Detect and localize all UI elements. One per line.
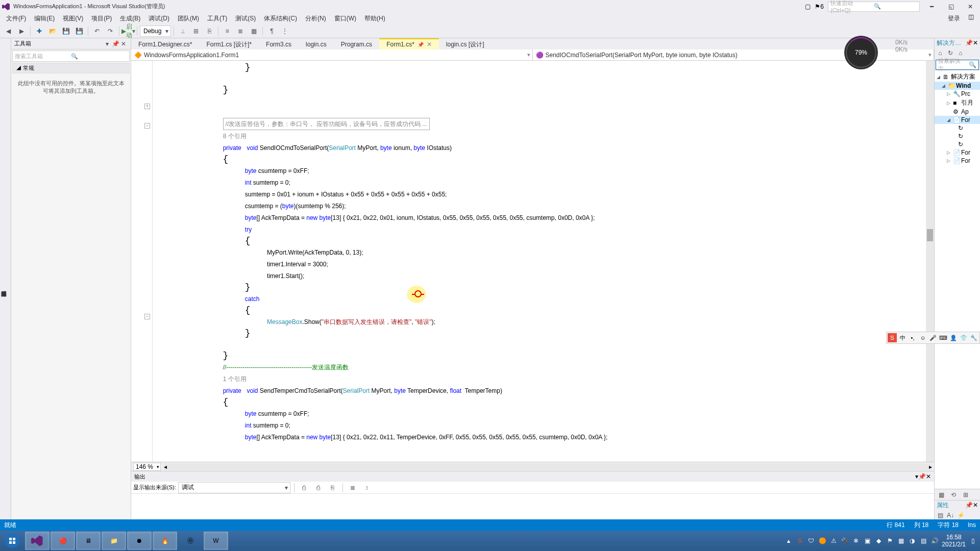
task-explorer[interactable]: 📁 xyxy=(102,532,126,550)
pin-icon[interactable]: 📌 xyxy=(111,40,119,47)
vertical-scrollbar[interactable] xyxy=(926,61,934,462)
menu-arch[interactable]: 体系结构(C) xyxy=(260,13,301,24)
out-btn-1[interactable]: ⎙ xyxy=(298,482,310,494)
type-combo[interactable]: 🔶WindowsFormsApplication1.Form1 xyxy=(131,49,533,60)
ime-punct-icon[interactable]: •, xyxy=(908,333,917,342)
tray-app5-icon[interactable]: ▦ xyxy=(897,537,905,544)
tray-net-icon[interactable]: 🔌 xyxy=(841,537,849,544)
tree-item[interactable]: ◢🗎解决方案 xyxy=(935,72,980,82)
task-app1[interactable]: 🔴 xyxy=(51,532,75,550)
tab-form1-designer[interactable]: Form1.Designer.cs* xyxy=(131,38,199,49)
collapsed-comment[interactable]: //发送应答信号，参数：串口号， 应答功能码，设备号码，应答成功代码 ... xyxy=(223,118,430,130)
ime-skin-icon[interactable]: 👕 xyxy=(959,333,968,342)
task-app3[interactable]: 🔥 xyxy=(153,532,177,550)
tray-app3-icon[interactable]: ▣ xyxy=(863,537,871,544)
panel-close-icon[interactable]: ✕ xyxy=(973,39,978,46)
menu-help[interactable]: 帮助(H) xyxy=(360,13,389,24)
ime-emoji-icon[interactable]: ☺ xyxy=(918,333,927,342)
tray-app7-icon[interactable]: ▤ xyxy=(919,537,927,544)
pin-icon[interactable]: 📌 xyxy=(418,42,424,47)
ime-keyboard-icon[interactable]: ⌨ xyxy=(939,333,948,342)
code-content[interactable]: } } //发送应答信号，参数：串口号， 应答功能码，设备号码，应答成功代码 .… xyxy=(153,61,934,462)
tb-btn-3[interactable]: ⎘ xyxy=(203,25,215,37)
back-button[interactable]: ◀ xyxy=(2,25,14,37)
home-icon[interactable]: ⌂ xyxy=(936,49,945,57)
close-button[interactable]: ✕ xyxy=(963,2,978,12)
props-az-icon[interactable]: A↓ xyxy=(946,512,955,519)
tree-item[interactable]: ⚙Ap xyxy=(935,108,980,116)
tree-item[interactable]: ↻ xyxy=(935,132,980,140)
tray-sogou-icon[interactable]: S xyxy=(796,537,804,544)
zoom-combo[interactable]: 146 % xyxy=(133,463,161,471)
pin-icon[interactable]: 📌 xyxy=(965,39,973,46)
toolbox-search-input[interactable]: 搜索工具箱🔍 xyxy=(12,51,130,62)
tb-btn-7[interactable]: ¶ xyxy=(265,25,278,37)
tab-form1-design[interactable]: Form1.cs [设计]* xyxy=(199,38,259,49)
rp-btn-1[interactable]: ▦ xyxy=(936,491,947,498)
tab-program[interactable]: Program.cs xyxy=(334,38,379,49)
ime-toolbar[interactable]: S 中 •, ☺ 🎤 ⌨ 👤 👕 🔧 xyxy=(886,332,980,344)
show-desktop[interactable]: ▯ xyxy=(969,537,977,544)
tray-vol-icon[interactable]: 🔊 xyxy=(930,537,939,544)
menu-analyze[interactable]: 分析(N) xyxy=(301,13,330,24)
menu-edit[interactable]: 编辑(E) xyxy=(30,13,59,24)
tray-flag-icon[interactable]: ⚑ xyxy=(886,537,894,544)
undo-button[interactable]: ↶ xyxy=(91,25,103,37)
ime-lang-icon[interactable]: 中 xyxy=(898,333,907,342)
out-btn-2[interactable]: ⎙ xyxy=(312,482,325,494)
menu-file[interactable]: 文件(F) xyxy=(2,13,30,24)
horizontal-scrollbar[interactable] xyxy=(164,463,932,470)
props-evt-icon[interactable]: ⚡ xyxy=(956,512,965,519)
tray-shield-icon[interactable]: 🛡 xyxy=(807,537,815,544)
tray-app2-icon[interactable]: ❄ xyxy=(852,537,860,544)
ime-sogou-icon[interactable]: S xyxy=(888,333,897,342)
perf-gauge[interactable]: 79% xyxy=(844,36,878,69)
task-vs[interactable] xyxy=(25,532,50,550)
code-gutter[interactable]: + − − xyxy=(131,61,153,462)
out-btn-4[interactable]: ≣ xyxy=(347,482,359,494)
tree-item[interactable]: ▷🔧Prc xyxy=(935,90,980,98)
home2-icon[interactable]: ⌂ xyxy=(956,49,965,57)
solution-search-input[interactable]: 搜索解决方…🔍 xyxy=(936,60,979,70)
tree-item[interactable]: ↻ xyxy=(935,124,980,132)
tb-btn-1[interactable]: ⟂ xyxy=(177,25,189,37)
notifications-icon[interactable]: ⚑6 xyxy=(815,3,824,10)
tab-form1-cs[interactable]: Form1.cs*📌✕ xyxy=(379,38,439,49)
rp-btn-3[interactable]: ⊞ xyxy=(960,491,971,498)
panel-close-icon[interactable]: ✕ xyxy=(926,473,931,480)
ime-tool-icon[interactable]: 🔧 xyxy=(969,333,978,342)
ime-login-icon[interactable]: 👤 xyxy=(949,333,958,342)
taskbar-clock[interactable]: 16:582021/2/1 xyxy=(942,534,966,548)
server-explorer-tab[interactable]: 服务器资源管理器 xyxy=(0,38,11,531)
open-button[interactable]: 📂 xyxy=(46,25,59,37)
tb-btn-6[interactable]: ▦ xyxy=(248,25,260,37)
panel-close-icon[interactable]: ✕ xyxy=(119,40,128,47)
signin-link[interactable]: 登录 xyxy=(944,13,964,24)
new-project-button[interactable]: ✚ xyxy=(33,25,45,37)
menu-view[interactable]: 视图(V) xyxy=(59,13,87,24)
fold-plus-icon[interactable]: + xyxy=(144,104,150,109)
task-app2[interactable]: 🖥 xyxy=(76,532,101,550)
tree-item[interactable]: ▷📄For xyxy=(935,148,980,157)
forward-button[interactable]: ▶ xyxy=(15,25,28,37)
tb-btn-2[interactable]: ⊞ xyxy=(190,25,202,37)
feedback-icon[interactable]: ▢ xyxy=(805,3,811,10)
start-button[interactable] xyxy=(0,531,24,551)
quick-launch-input[interactable]: 快速启动 (Ctrl+Q)🔍 xyxy=(828,2,920,12)
fold-minus-icon[interactable]: − xyxy=(144,314,150,319)
task-record[interactable]: ⏺ xyxy=(127,532,152,550)
code-area[interactable]: + − − } } //发送应答信号，参数：串口号， 应答功能码，设备号码，应答… xyxy=(131,61,934,462)
task-ie[interactable]: ⓔ xyxy=(178,532,203,550)
output-source-combo[interactable]: 调试 xyxy=(178,482,290,493)
menu-tools[interactable]: 工具(T) xyxy=(203,13,231,24)
props-cat-icon[interactable]: ▤ xyxy=(936,512,945,519)
output-text[interactable] xyxy=(131,494,934,519)
menu-window[interactable]: 窗口(W) xyxy=(330,13,360,24)
toolbox-section-general[interactable]: ◢ 常规 xyxy=(12,63,130,73)
config-combo[interactable]: Debug xyxy=(140,26,171,37)
tree-item[interactable]: ↻ xyxy=(935,140,980,148)
solution-tree[interactable]: ◢🗎解决方案◢📁Wind▷🔧Prc▷■引月⚙Ap◢📄For↻↻↻▷📄For▷📄F… xyxy=(935,71,980,489)
rp-btn-2[interactable]: ⟲ xyxy=(948,491,959,498)
save-all-button[interactable]: 💾 xyxy=(73,25,85,37)
panel-menu-icon[interactable]: ▾ xyxy=(103,40,111,47)
